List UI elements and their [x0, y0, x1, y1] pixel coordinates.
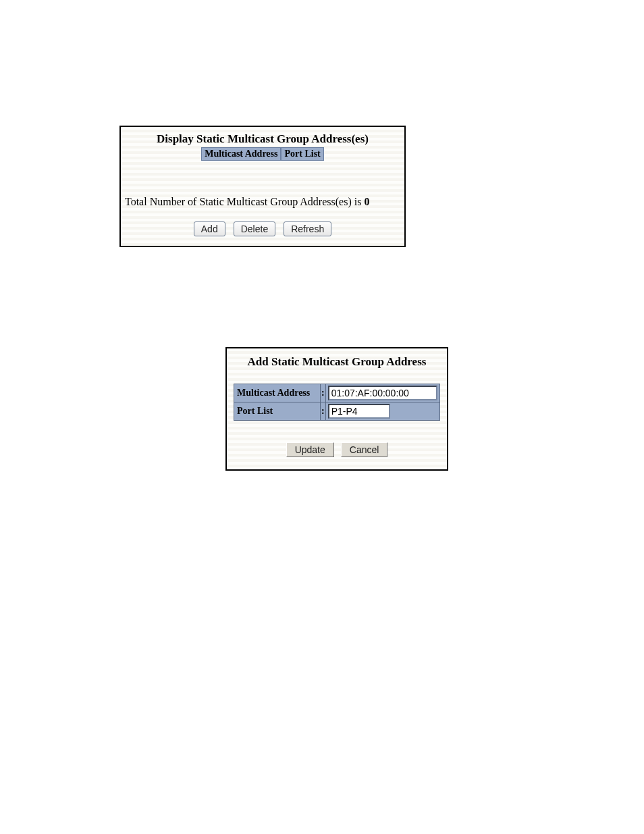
total-count-line: Total Number of Static Multicast Group A… — [121, 196, 404, 208]
display-panel-button-row: Add Delete Refresh — [121, 221, 404, 236]
delete-button[interactable]: Delete — [234, 221, 275, 236]
display-panel-column-headers: Multicast AddressPort List — [121, 147, 404, 161]
total-count-value: 0 — [364, 196, 369, 207]
row-multicast-address: Multicast Address : — [234, 384, 440, 402]
input-multicast-address[interactable] — [328, 386, 437, 400]
header-multicast-address: Multicast Address — [201, 147, 281, 161]
add-button[interactable]: Add — [194, 221, 225, 236]
add-panel-title: Add Static Multicast Group Address — [234, 355, 440, 369]
display-multicast-panel: Display Static Multicast Group Address(e… — [119, 126, 406, 247]
label-port-list: Port List — [234, 402, 321, 421]
display-panel-title: Display Static Multicast Group Address(e… — [121, 127, 404, 146]
add-multicast-panel: Add Static Multicast Group Address Multi… — [225, 347, 448, 471]
label-multicast-address: Multicast Address — [234, 384, 321, 402]
add-form-table: Multicast Address : Port List : — [234, 384, 440, 421]
total-count-prefix: Total Number of Static Multicast Group A… — [125, 196, 364, 207]
colon-separator: : — [321, 384, 326, 402]
add-panel-button-row: Update Cancel — [234, 442, 440, 457]
cancel-button[interactable]: Cancel — [341, 442, 388, 457]
header-port-list: Port List — [281, 147, 323, 161]
input-port-list[interactable] — [328, 404, 390, 419]
colon-separator: : — [321, 402, 326, 421]
refresh-button[interactable]: Refresh — [284, 221, 331, 236]
update-button[interactable]: Update — [286, 442, 334, 457]
row-port-list: Port List : — [234, 402, 440, 421]
